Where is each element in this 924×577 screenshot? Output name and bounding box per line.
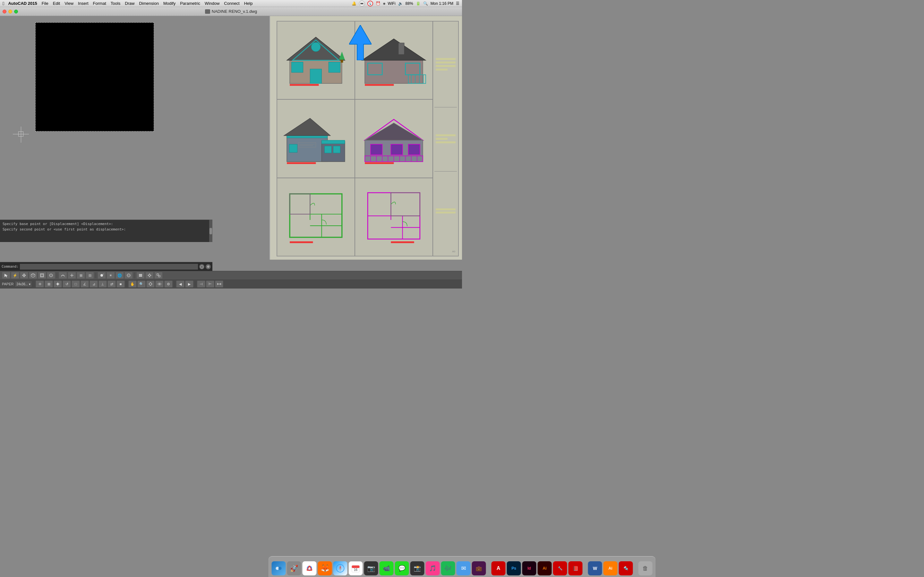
snap-btn[interactable] — [53, 280, 62, 287]
title-bar-8 — [436, 208, 456, 210]
notification-center[interactable]: ☰ — [456, 1, 459, 6]
toolbar-bottom: ⚡ ⊞ ⊟ ☀ 🌐 — [0, 271, 462, 288]
file-menu[interactable]: File — [42, 1, 48, 6]
layer-btn[interactable] — [136, 272, 145, 279]
arrow-left-btn[interactable]: ◀ — [176, 280, 184, 287]
app-name-menu[interactable]: AutoCAD 2015 — [8, 1, 37, 6]
svg-point-88 — [127, 275, 130, 276]
bluetooth-icon[interactable]: ⎈ — [383, 1, 385, 6]
svg-point-92 — [149, 274, 150, 276]
pan-btn[interactable]: ✋ — [128, 280, 137, 287]
dots-empty-btn[interactable]: ⊟ — [86, 272, 94, 279]
svg-point-87 — [127, 274, 130, 277]
separator-6 — [174, 281, 174, 287]
toolbar-row-2: PAPER 24x36... ▾ ✛ ⊞ ↺ □ ∠ ⊿ ⊥ ⇄ ■ ✋ 🔍 ⚙… — [0, 280, 462, 288]
clock-icon[interactable]: ⏰ — [376, 1, 381, 6]
file-icon — [205, 9, 210, 14]
svg-line-79 — [31, 274, 33, 276]
paint-btn[interactable] — [97, 272, 106, 279]
zoom-in-btn[interactable]: 🔍 — [137, 280, 145, 287]
rect-open-btn[interactable]: □ — [71, 280, 80, 287]
svg-marker-0 — [349, 25, 372, 60]
command-line-2: Specify second point or <use first point… — [3, 227, 210, 232]
grid-btn[interactable]: ⊞ — [45, 280, 53, 287]
group-btn[interactable] — [154, 272, 163, 279]
modify-menu[interactable]: Modify — [163, 1, 176, 6]
menu-icon-1[interactable]: ⏮ — [359, 1, 365, 6]
help-menu[interactable]: Help — [244, 1, 253, 6]
stretch-btn[interactable] — [215, 280, 223, 287]
rotate-btn[interactable]: ↺ — [63, 280, 71, 287]
dots-solid-btn[interactable]: ⊞ — [77, 272, 85, 279]
svg-rect-90 — [139, 275, 142, 276]
orbit-btn[interactable] — [155, 280, 164, 287]
separator-4 — [34, 281, 34, 287]
box-open-btn[interactable] — [38, 272, 46, 279]
volume-icon[interactable]: 🔉 — [398, 1, 403, 6]
parametric-menu[interactable]: Parametric — [180, 1, 200, 6]
apple-menu[interactable]:  — [3, 1, 4, 6]
view-menu[interactable]: View — [65, 1, 73, 6]
svg-rect-98 — [158, 276, 160, 277]
globe-btn[interactable]: 🌐 — [115, 272, 124, 279]
connect-menu[interactable]: Connect — [224, 1, 239, 6]
maximize-button[interactable] — [14, 10, 18, 13]
svg-rect-13 — [290, 84, 318, 85]
toolbar-row-1: ⚡ ⊞ ⊟ ☀ 🌐 — [0, 271, 462, 280]
format-menu[interactable]: Format — [93, 1, 106, 6]
view-3d-btn[interactable] — [124, 272, 133, 279]
separator-3 — [134, 272, 135, 278]
cursor-tool-btn[interactable] — [2, 272, 10, 279]
svg-point-106 — [159, 284, 160, 285]
3dbox-btn[interactable] — [47, 272, 55, 279]
svg-rect-80 — [40, 274, 44, 277]
draw-menu[interactable]: Draw — [125, 1, 134, 6]
scroll-bar[interactable] — [209, 220, 212, 242]
insert-menu[interactable]: Insert — [78, 1, 89, 6]
paper-size-dropdown[interactable]: 24x36... ▾ — [15, 281, 32, 287]
angle-btn[interactable]: ∠ — [81, 280, 89, 287]
arrow-right-btn[interactable]: ▶ — [185, 280, 194, 287]
spotlight-icon[interactable]: 🔍 — [423, 1, 428, 6]
lightning-tool-btn[interactable]: ⚡ — [11, 272, 19, 279]
menu-icon-highlighted[interactable]: 📡 — [367, 1, 373, 6]
mirror-btn[interactable]: ⇄ — [107, 280, 116, 287]
scroll-thumb[interactable] — [210, 228, 212, 234]
dimension-menu[interactable]: Dimension — [139, 1, 158, 6]
command-input[interactable] — [20, 264, 198, 269]
wire-btn[interactable] — [68, 272, 76, 279]
properties-btn[interactable] — [145, 272, 153, 279]
clock-display: Mon 1:16 PM — [431, 1, 453, 6]
parallel-btn[interactable]: ⊥ — [99, 280, 107, 287]
smooth-btn[interactable] — [59, 272, 67, 279]
layout-right-btn[interactable]: ⊢ — [206, 280, 214, 287]
separator-2 — [95, 272, 96, 278]
title-bar-3 — [436, 65, 456, 67]
close-button[interactable] — [3, 10, 6, 13]
move-tool-btn[interactable] — [20, 272, 28, 279]
svg-rect-97 — [157, 274, 158, 276]
svg-rect-37 — [289, 145, 297, 153]
offset-btn[interactable]: ⊿ — [89, 280, 98, 287]
sun-btn[interactable]: ☀ — [107, 272, 115, 279]
layout-left-btn[interactable]: ⊣ — [197, 280, 205, 287]
svg-rect-26 — [399, 43, 404, 55]
separator-1 — [57, 272, 57, 278]
settings-btn[interactable]: ⚙ — [164, 280, 173, 287]
tools-menu[interactable]: Tools — [111, 1, 120, 6]
window-menu[interactable]: Window — [205, 1, 220, 6]
svg-rect-45 — [371, 145, 382, 155]
3dview-btn[interactable] — [146, 280, 155, 287]
drawing-viewport[interactable] — [35, 23, 154, 131]
cross-up-btn[interactable]: ✛ — [36, 280, 44, 287]
svg-rect-8 — [292, 62, 303, 73]
wifi-icon[interactable]: WiFi — [388, 1, 396, 6]
cube-tool-btn[interactable] — [29, 272, 37, 279]
svg-line-78 — [33, 274, 35, 276]
rect-fill-btn[interactable]: ■ — [116, 280, 125, 287]
notification-icon[interactable]: 🔔 — [352, 1, 357, 6]
command-icon-2[interactable]: ⚙ — [206, 264, 211, 269]
minimize-button[interactable] — [8, 10, 12, 13]
command-icon-1[interactable]: ◯ — [199, 264, 204, 269]
edit-menu[interactable]: Edit — [53, 1, 60, 6]
